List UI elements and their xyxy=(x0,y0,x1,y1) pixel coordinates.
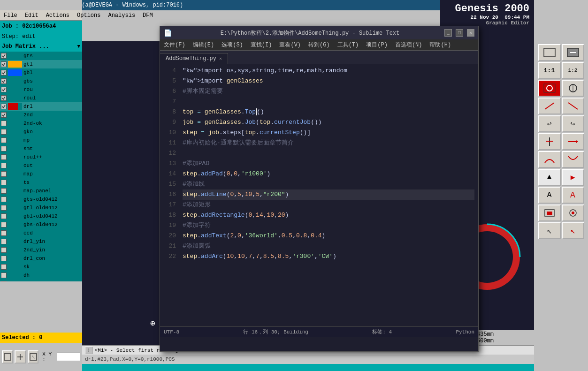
layer-checkbox-roul++[interactable] xyxy=(1,154,7,160)
menu-analysis[interactable]: Analysis xyxy=(104,11,139,20)
rt-btn-pointer[interactable]: ↖ xyxy=(562,222,584,239)
rt-btn-16[interactable]: A xyxy=(538,187,561,204)
sm-prefs[interactable]: 首选项(N) xyxy=(391,40,426,50)
layer-list[interactable]: gtsgtlgblgbsrourouldrl2nd2nd-okgkompsmtr… xyxy=(0,52,82,281)
layer-item-smt[interactable]: smt xyxy=(0,144,82,153)
sublime-close[interactable]: ✕ xyxy=(467,29,474,37)
layer-item-gts[interactable]: gts xyxy=(0,52,82,60)
layer-item-gbl[interactable]: gbl xyxy=(0,68,82,77)
tool-button-2[interactable] xyxy=(15,350,25,363)
layer-checkbox-gts[interactable] xyxy=(1,53,7,59)
layer-item-gtl-old0412[interactable]: gtl-old0412 xyxy=(0,204,82,212)
layer-checkbox-gbs-old0412[interactable] xyxy=(1,222,7,227)
rt-btn-13[interactable] xyxy=(562,151,584,168)
layer-checkbox-drl_yin[interactable] xyxy=(1,239,7,244)
rt-btn-red-1[interactable] xyxy=(538,80,561,97)
layer-checkbox-surface_ls[interactable] xyxy=(1,281,7,281)
layer-checkbox-drl_con[interactable] xyxy=(1,256,7,261)
rt-btn-17[interactable]: A xyxy=(562,187,584,204)
layer-checkbox-gtl[interactable] xyxy=(1,61,7,67)
layer-item-roul++[interactable]: roul++ xyxy=(0,153,82,161)
layer-item-drl_yin[interactable]: drl_yin xyxy=(0,237,82,246)
sm-edit[interactable]: 编辑(E) xyxy=(189,40,218,50)
rt-btn-19[interactable] xyxy=(562,204,584,221)
layer-item-gbl-old0412[interactable]: gbl-old0412 xyxy=(0,212,82,220)
tool-button-3[interactable] xyxy=(28,350,38,363)
layer-item-out[interactable]: out xyxy=(0,161,82,170)
layer-item-mp[interactable]: mp xyxy=(0,136,82,144)
rt-btn-10[interactable] xyxy=(538,133,561,150)
tool-button-1[interactable] xyxy=(2,350,13,363)
layer-item-gtl[interactable]: gtl xyxy=(0,60,82,68)
layer-item-gko[interactable]: gko xyxy=(0,128,82,136)
rt-btn-11[interactable] xyxy=(562,133,584,150)
sm-tools[interactable]: 工具(T) xyxy=(334,40,363,50)
tab-close-icon[interactable]: ✕ xyxy=(219,56,222,61)
layer-item-dh[interactable]: dh xyxy=(0,271,82,280)
rt-btn-6[interactable] xyxy=(538,98,561,114)
layer-item-map-panel[interactable]: map-panel xyxy=(0,187,82,195)
layer-item-gbs-old0412[interactable]: gbs-old0412 xyxy=(0,220,82,229)
sm-find[interactable]: 查找(I) xyxy=(247,40,276,50)
rt-btn-2[interactable] xyxy=(562,44,584,61)
rt-btn-8[interactable]: ↩ xyxy=(538,115,561,132)
layer-checkbox-2nd[interactable] xyxy=(1,112,7,118)
layer-item-rou[interactable]: rou xyxy=(0,85,82,94)
layer-checkbox-map-panel[interactable] xyxy=(1,188,7,194)
layer-item-map[interactable]: map xyxy=(0,170,82,178)
layer-item-drl[interactable]: drl xyxy=(0,102,82,111)
layer-item-surface_ls[interactable]: surface_ls xyxy=(0,280,82,281)
layer-checkbox-gko[interactable] xyxy=(1,129,7,135)
layer-item-ccd[interactable]: ccd xyxy=(0,229,82,237)
rt-btn-12[interactable] xyxy=(538,151,561,168)
menu-options[interactable]: Options xyxy=(73,11,104,20)
layer-item-gts-old0412[interactable]: gts-old0412 xyxy=(0,195,82,204)
layer-item-sk[interactable]: sk xyxy=(0,263,82,271)
matrix-bar[interactable]: Job Matrix ... ▼ xyxy=(0,41,82,52)
sublime-minimize[interactable]: _ xyxy=(444,29,452,37)
rt-btn-1[interactable] xyxy=(538,44,561,61)
rt-btn-9[interactable]: ↪ xyxy=(562,115,584,132)
menu-actions[interactable]: Actions xyxy=(42,11,73,20)
layer-item-roul[interactable]: roul xyxy=(0,94,82,102)
layer-checkbox-drl[interactable] xyxy=(1,104,7,109)
layer-checkbox-roul[interactable] xyxy=(1,95,7,101)
layer-item-gbs[interactable]: gbs xyxy=(0,77,82,85)
rt-btn-15[interactable]: ▶ xyxy=(562,169,584,186)
rt-btn-7[interactable] xyxy=(562,98,584,114)
layer-checkbox-map[interactable] xyxy=(1,171,7,177)
layer-checkbox-ts[interactable] xyxy=(1,180,7,185)
layer-checkbox-mp[interactable] xyxy=(1,137,7,143)
layer-item-2nd_yin[interactable]: 2nd_yin xyxy=(0,246,82,254)
sm-project[interactable]: 项目(P) xyxy=(362,40,391,50)
sublime-text-window[interactable]: 📄 E:\Python教程\2.添加物件\AddSomeThing.py - S… xyxy=(160,26,479,352)
layer-checkbox-dh[interactable] xyxy=(1,273,7,278)
rt-btn-4[interactable]: 1:2 xyxy=(562,62,584,79)
layer-checkbox-gbl-old0412[interactable] xyxy=(1,213,7,219)
layer-checkbox-smt[interactable] xyxy=(1,146,7,151)
code-content[interactable]: "kw">import os,sys,string,time,re,math,r… xyxy=(179,64,478,326)
sm-file[interactable]: 文件(F) xyxy=(160,40,189,50)
sm-options[interactable]: 选项(S) xyxy=(218,40,247,50)
layer-item-drl_con[interactable]: drl_con xyxy=(0,254,82,263)
rt-btn-5[interactable] xyxy=(562,80,584,97)
rt-btn-18[interactable] xyxy=(538,204,561,221)
sublime-maximize[interactable]: □ xyxy=(456,29,463,37)
sm-goto[interactable]: 转到(G) xyxy=(305,40,334,50)
layer-checkbox-gbs[interactable] xyxy=(1,78,7,84)
rt-btn-14[interactable]: ▲ xyxy=(538,169,561,186)
layer-checkbox-gbl[interactable] xyxy=(1,70,7,76)
layer-checkbox-rou[interactable] xyxy=(1,87,7,92)
layer-checkbox-gts-old0412[interactable] xyxy=(1,197,7,202)
layer-checkbox-ccd[interactable] xyxy=(1,230,7,236)
tab-addsamething[interactable]: AddSomeThing.py ✕ xyxy=(160,53,228,64)
layer-checkbox-2nd_yin[interactable] xyxy=(1,247,7,253)
menu-dfm[interactable]: DFM xyxy=(139,11,157,20)
rt-btn-3[interactable]: 1:1 xyxy=(538,62,561,79)
layer-checkbox-sk[interactable] xyxy=(1,264,7,270)
xy-input[interactable] xyxy=(57,353,80,361)
sm-view[interactable]: 查看(V) xyxy=(275,40,305,50)
layer-item-2nd-ok[interactable]: 2nd-ok xyxy=(0,119,82,128)
layer-item-2nd[interactable]: 2nd xyxy=(0,111,82,119)
sm-help[interactable]: 帮助(H) xyxy=(426,40,455,50)
